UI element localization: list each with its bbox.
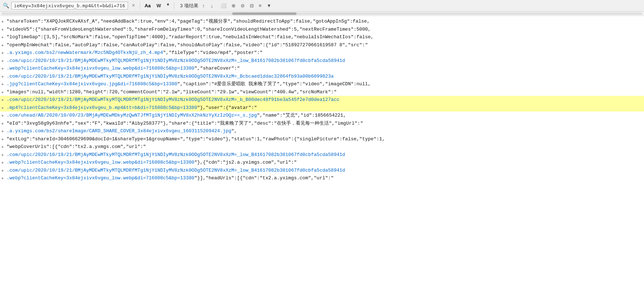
- line-gutter: ◈: [0, 97, 7, 103]
- line-content: .a.yximgs.com/bs2/newWatermark/Mzc5NDg4O…: [7, 49, 644, 56]
- url-link[interactable]: .com/upic/2020/10/19/21/BMjAyMDEwMTkyMTQ…: [7, 58, 345, 63]
- divider2: [174, 2, 174, 9]
- url-link[interactable]: .com/upic/2020/10/19/21/BMjAyMDEwMTkyMTQ…: [7, 97, 340, 102]
- line-gutter: ◈: [0, 90, 7, 95]
- line-16: ◈"extLog":"shareId=304606629690&docId=1&…: [0, 135, 644, 143]
- line-7: ◈.webp?clientCacheKey=3x84ejxivx6vgeu_lo…: [0, 65, 644, 73]
- line-gutter: ◈: [0, 50, 7, 56]
- icon-btn-4[interactable]: ⊟: [248, 2, 256, 9]
- line-arrow-icon: ◈: [1, 90, 4, 95]
- url-link[interactable]: .a.yximgs.com/bs2/shareImage/CARD_SHARE_…: [7, 128, 231, 134]
- line-arrow-icon: ◈: [1, 43, 4, 48]
- line-gutter: ◈: [0, 19, 7, 24]
- line-content: "images":null,"width":1280,"height":720,…: [7, 89, 644, 96]
- line-arrow-icon: ◈: [1, 74, 4, 79]
- line-arrow-icon: ◈: [1, 35, 4, 40]
- line-8: ◈.com/upic/2020/10/19/21/BMjAyMDEwMTkyMT…: [0, 73, 644, 81]
- line-gutter: ◈: [0, 58, 7, 64]
- line-arrow-icon: ◈: [1, 82, 4, 87]
- line-content: .a.yximgs.com/bs2/shareImage/CARD_SHARE_…: [7, 128, 644, 135]
- line-arrow-icon: ◈: [1, 168, 4, 173]
- line-gutter: ◈: [0, 74, 7, 79]
- format-aa-button[interactable]: Aa: [143, 2, 153, 9]
- line-arrow-icon: ◈: [1, 58, 4, 64]
- url-link[interactable]: .jpg?clientCacheKey=3x84ejxivx6vgeu.jpg&…: [7, 81, 177, 87]
- scrollbar-thumb[interactable]: [232, 12, 296, 15]
- line-arrow-icon: ◈: [1, 50, 4, 56]
- line-gutter: ◈: [0, 121, 7, 126]
- line-gutter: ◈: [0, 27, 7, 32]
- line-arrow-icon: ◈: [1, 27, 4, 32]
- search-input[interactable]: [11, 2, 128, 9]
- toolbar-right-icons: ⬜ ⊕ ⊘ ⊟ ≡ ▼: [219, 2, 273, 9]
- line-content: "extLog":"shareId=304606629690&docId=1&s…: [7, 136, 644, 143]
- nav-down-button[interactable]: ↓: [209, 2, 215, 9]
- line-arrow-icon: ◈: [1, 129, 4, 134]
- line-content: .webp?clientCacheKey=3x84ejxivx6vgeu_low…: [7, 175, 644, 182]
- line-arrow-icon: ◈: [1, 144, 4, 150]
- url-link[interactable]: .com/uhead/AB/2020/10/09/23/BMjAyMDEwMDk…: [7, 113, 257, 118]
- line-arrow-icon: ◈: [1, 176, 4, 181]
- line-gutter: ◈: [0, 160, 7, 165]
- line-content: .com/upic/2020/10/19/21/BMjAyMDEwMTkyMTQ…: [7, 96, 644, 104]
- line-gutter: ◈: [0, 105, 7, 111]
- format-word-button[interactable]: W: [155, 2, 163, 9]
- line-content: .com/upic/2020/10/19/21/BMjAyMDEwMTkyMTQ…: [7, 57, 644, 65]
- line-content: "logTimeGap":[3,5],"srcNoMark":false,"op…: [7, 34, 644, 41]
- line-gutter: ◈: [0, 43, 7, 48]
- line-arrow-icon: ◈: [1, 105, 4, 111]
- line-content: .jpg?clientCacheKey=3x84ejxivx6vgeu.jpg&…: [7, 81, 644, 88]
- url-link[interactable]: .webp?clientCacheKey=3x84ejxivx6vgeu_low…: [7, 175, 194, 181]
- nav-up-button[interactable]: ↑: [201, 2, 207, 9]
- line-9: ◈.jpg?clientCacheKey=3x84ejxivx6vgeu.jpg…: [0, 80, 644, 88]
- line-gutter: ◈: [0, 113, 7, 118]
- line-gutter: ◈: [0, 137, 7, 142]
- line-arrow-icon: ◈: [1, 97, 4, 103]
- line-6: ◈.com/upic/2020/10/19/21/BMjAyMDEwMTkyMT…: [0, 57, 644, 65]
- line-gutter: ◈: [0, 66, 7, 71]
- icon-btn-5[interactable]: ≡: [257, 2, 264, 9]
- line-content: .com/uhead/AB/2020/10/09/23/BMjAyMDEwMDk…: [7, 112, 644, 119]
- horizontal-scrollbar[interactable]: [0, 12, 644, 16]
- line-content: .webp?clientCacheKey=3x84ejxivx6vgeu_low…: [7, 65, 644, 72]
- url-link[interactable]: .com/upic/2020/10/19/21/BMjAyMDEwMTkyMTQ…: [7, 168, 345, 173]
- line-content: "openMpInWechat":false,"autoPlay":false,…: [7, 42, 644, 49]
- url-link[interactable]: .mp4?clientCacheKey=3x84ejxivx6vgeu_b.mp…: [7, 105, 197, 110]
- icon-btn-1[interactable]: ⬜: [219, 2, 228, 9]
- close-search-button[interactable]: ×: [130, 3, 137, 9]
- line-content: .com/upic/2020/10/19/21/BMjAyMDEwMTkyMTQ…: [7, 151, 644, 159]
- url-link[interactable]: .webp?clientCacheKey=3x84ejxivx6vgeu_low…: [7, 66, 194, 71]
- line-arrow-icon: ◈: [1, 137, 4, 142]
- line-content: "videoV5":{"shareFromVideoLengthWatershe…: [7, 26, 644, 33]
- scrollbar-track: [1, 12, 643, 15]
- line-content: .com/upic/2020/10/19/21/BMjAyMDEwMTkyMTQ…: [7, 73, 644, 80]
- line-arrow-icon: ◈: [1, 160, 4, 165]
- line-21: ◈.webp?clientCacheKey=3x84ejxivx6vgeu_lo…: [0, 174, 644, 182]
- url-link[interactable]: .com/upic/2020/10/19/21/BMjAyMDEwMTkyMTQ…: [7, 74, 334, 79]
- line-2: ◈"videoV5":{"shareFromVideoLengthWatersh…: [0, 26, 644, 34]
- line-14: ◈"eId":"3xvg58g9y63nhfe","sex":"F","kwai…: [0, 120, 644, 128]
- divider: [140, 2, 140, 9]
- icon-btn-3[interactable]: ⊘: [239, 2, 247, 9]
- line-arrow-icon: ◈: [1, 66, 4, 71]
- line-13: ◈.com/uhead/AB/2020/10/09/23/BMjAyMDEwMD…: [0, 112, 644, 120]
- line-15: ◈.a.yximgs.com/bs2/shareImage/CARD_SHARE…: [0, 127, 644, 135]
- icon-btn-6[interactable]: ▼: [265, 2, 273, 9]
- line-17: ◈"webpCoverUrls":[{"cdn":"tx2.a.yxmgs.co…: [0, 143, 644, 151]
- line-5: ◈.a.yximgs.com/bs2/newWatermark/Mzc5NDg4…: [0, 49, 644, 57]
- line-11: ◈.com/upic/2020/10/19/21/BMjAyMDEwMTkyMT…: [0, 96, 644, 104]
- icon-btn-2[interactable]: ⊕: [230, 2, 237, 9]
- line-4: ◈"openMpInWechat":false,"autoPlay":false…: [0, 41, 644, 49]
- line-content: "webpCoverUrls":[{"cdn":"tx2.a.yxmgs.com…: [7, 143, 644, 151]
- format-asterisk-button[interactable]: *: [165, 2, 171, 10]
- line-gutter: ◈: [0, 144, 7, 150]
- url-link[interactable]: .a.yximgs.com/bs2/newWatermark/Mzc5NDg4O…: [7, 50, 163, 55]
- line-arrow-icon: ◈: [1, 121, 4, 126]
- line-content: "eId":"3xvg58g9y63nhfe","sex":"F","kwaiI…: [7, 120, 644, 127]
- line-12: ◈.mp4?clientCacheKey=3x84ejxivx6vgeu_b.m…: [0, 104, 644, 112]
- line-gutter: ◈: [0, 176, 7, 181]
- url-link[interactable]: .com/upic/2020/10/19/21/BMjAyMDEwMTkyMTQ…: [7, 152, 345, 157]
- line-content: "shareToken":"X4PQJokRCXvAXsf_A","needAd…: [7, 18, 644, 25]
- url-link[interactable]: .webp?clientCacheKey=3x84ejxivx6vgeu_low…: [7, 160, 194, 165]
- line-content: .mp4?clientCacheKey=3x84ejxivx6vgeu_b.mp…: [7, 104, 644, 112]
